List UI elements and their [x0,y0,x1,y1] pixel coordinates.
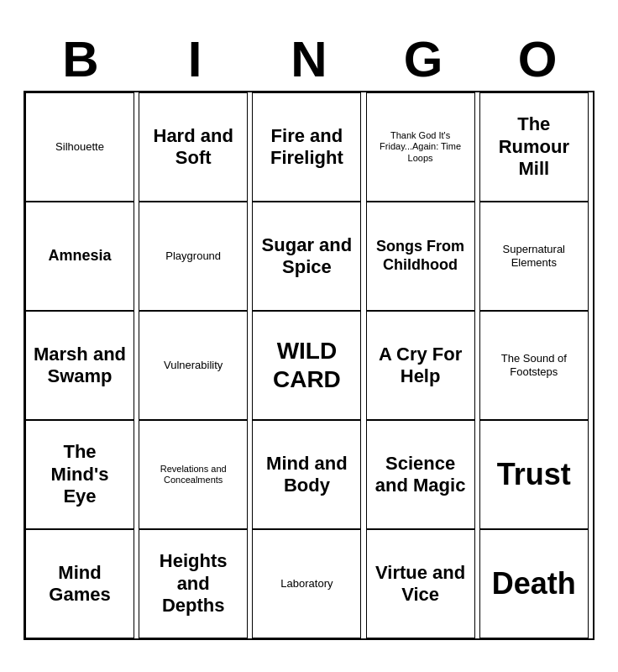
bingo-cell-20: Mind Games [25,529,134,638]
cell-text-22: Laboratory [280,577,333,591]
bingo-cell-12: WILD CARD [252,311,361,420]
cell-text-24: Death [492,565,576,601]
bingo-cell-8: Songs From Childhood [366,202,475,311]
cell-text-13: A Cry For Help [374,344,468,388]
cell-text-8: Songs From Childhood [374,238,468,274]
bingo-cell-18: Science and Magic [366,420,475,529]
cell-text-1: Hard and Soft [146,125,240,170]
bingo-cell-16: Revelations and Concealments [139,420,248,529]
bingo-cell-13: A Cry For Help [366,311,475,420]
cell-text-0: Silhouette [55,140,104,154]
cell-text-15: The Mind's Eye [33,441,127,507]
cell-text-5: Amnesia [48,247,111,265]
bingo-cell-14: The Sound of Footsteps [479,311,589,420]
cell-text-19: Trust [497,456,571,492]
cell-text-18: Science and Magic [374,453,468,497]
bingo-cell-11: Vulnerability [139,311,248,420]
cell-text-12: WILD CARD [259,337,354,393]
cell-text-21: Heights and Depths [146,550,240,617]
bingo-grid: SilhouetteHard and SoftFire and Fireligh… [24,91,594,640]
bingo-cell-22: Laboratory [252,529,361,638]
bingo-cell-9: Supernatural Elements [479,202,589,311]
bingo-letter-O: O [483,32,592,87]
cell-text-7: Sugar and Spice [259,234,354,279]
cell-text-9: Supernatural Elements [487,243,581,269]
cell-text-2: Fire and Firelight [259,125,354,170]
bingo-cell-10: Marsh and Swamp [25,311,134,420]
cell-text-17: Mind and Body [259,453,354,497]
bingo-cell-6: Playground [139,202,248,311]
cell-text-3: Thank God It's Friday...Again: Time Loop… [374,130,468,164]
bingo-cell-15: The Mind's Eye [25,420,134,529]
bingo-cell-24: Death [479,529,589,638]
bingo-cell-19: Trust [479,420,589,529]
cell-text-10: Marsh and Swamp [33,344,127,388]
cell-text-23: Virtue and Vice [374,562,468,606]
bingo-card: BINGO SilhouetteHard and SoftFire and Fi… [15,24,603,648]
bingo-cell-2: Fire and Firelight [252,92,361,202]
bingo-cell-1: Hard and Soft [139,92,248,202]
bingo-letter-B: B [26,32,135,87]
cell-text-14: The Sound of Footsteps [487,352,581,378]
bingo-cell-4: The Rumour Mill [479,92,589,202]
bingo-letter-G: G [369,32,478,87]
bingo-cell-7: Sugar and Spice [252,202,361,311]
bingo-cell-17: Mind and Body [252,420,361,529]
bingo-header: BINGO [24,32,594,87]
cell-text-4: The Rumour Mill [487,113,581,180]
bingo-cell-3: Thank God It's Friday...Again: Time Loop… [366,92,475,202]
cell-text-11: Vulnerability [164,359,223,372]
bingo-cell-0: Silhouette [25,92,134,202]
cell-text-6: Playground [165,249,221,263]
bingo-cell-23: Virtue and Vice [366,529,475,638]
cell-text-20: Mind Games [33,562,127,606]
bingo-cell-5: Amnesia [25,202,134,311]
bingo-letter-I: I [140,32,249,87]
bingo-cell-21: Heights and Depths [139,529,248,638]
bingo-letter-N: N [254,32,364,87]
cell-text-16: Revelations and Concealments [146,464,240,486]
